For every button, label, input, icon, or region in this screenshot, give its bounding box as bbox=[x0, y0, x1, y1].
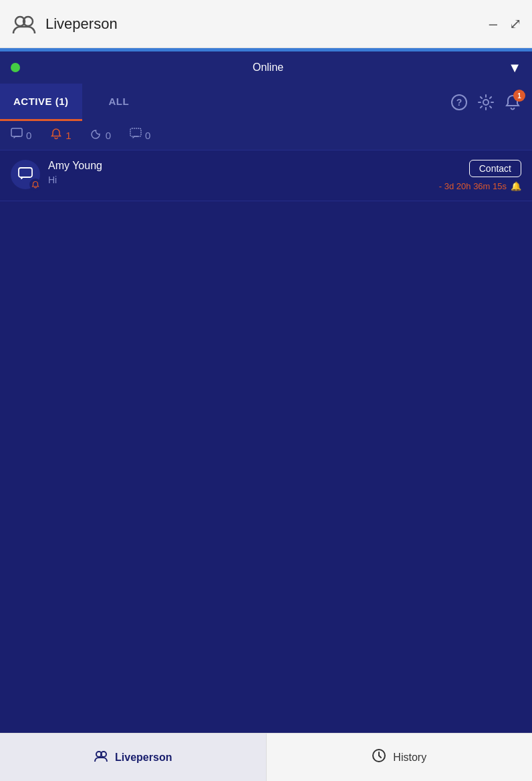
status-label: Online bbox=[28, 62, 508, 74]
svg-rect-7 bbox=[19, 168, 32, 177]
conversation-list: Amy Young Hi Contact - 3d 20h 36m 15s 🔔 bbox=[0, 150, 532, 733]
svg-text:?: ? bbox=[456, 97, 462, 108]
status-bar: Online ▼ bbox=[0, 51, 532, 84]
liveperson-nav-icon bbox=[94, 748, 108, 766]
stat-chats: 0 bbox=[11, 128, 31, 143]
conversation-meta: Contact - 3d 20h 36m 15s 🔔 bbox=[439, 160, 521, 191]
svg-rect-5 bbox=[11, 128, 22, 136]
settings-button[interactable] bbox=[477, 94, 495, 111]
app-icon bbox=[11, 11, 37, 37]
svg-rect-6 bbox=[130, 128, 141, 136]
stat-queue-value: 0 bbox=[145, 130, 150, 141]
title-bar: Liveperson – ⤢ bbox=[0, 0, 532, 48]
tab-active[interactable]: ACTIVE (1) bbox=[0, 84, 82, 121]
conversation-body: Amy Young Hi bbox=[48, 160, 439, 185]
notifications-button[interactable]: 1 bbox=[504, 94, 521, 111]
moon-icon bbox=[90, 128, 102, 143]
status-chevron-icon[interactable]: ▼ bbox=[508, 60, 521, 76]
table-row[interactable]: Amy Young Hi Contact - 3d 20h 36m 15s 🔔 bbox=[0, 150, 532, 201]
tab-action-icons: ? 1 bbox=[450, 84, 532, 121]
alert-bell-small-icon bbox=[29, 179, 41, 191]
avatar bbox=[11, 160, 40, 189]
minimize-button[interactable]: – bbox=[489, 17, 497, 31]
notification-badge: 1 bbox=[513, 90, 525, 102]
expand-button[interactable]: ⤢ bbox=[509, 17, 521, 31]
stat-alerts: 1 bbox=[50, 128, 71, 143]
chat-icon bbox=[11, 128, 23, 143]
queue-icon bbox=[130, 128, 142, 143]
svg-point-4 bbox=[483, 100, 489, 105]
tab-all-label: ALL bbox=[109, 96, 130, 107]
bottom-nav: Liveperson History bbox=[0, 733, 532, 781]
conversation-time: - 3d 20h 36m 15s 🔔 bbox=[439, 181, 521, 191]
tab-active-label: ACTIVE (1) bbox=[13, 96, 69, 107]
message-preview: Hi bbox=[48, 175, 439, 185]
app-title: Liveperson bbox=[45, 15, 489, 33]
history-nav-icon bbox=[372, 748, 386, 766]
tab-spacer bbox=[156, 84, 450, 121]
status-dot bbox=[11, 63, 20, 72]
contact-name: Amy Young bbox=[48, 160, 439, 172]
stat-chats-value: 0 bbox=[26, 130, 31, 141]
alert-bell-icon bbox=[50, 128, 62, 143]
window-controls: – ⤢ bbox=[489, 17, 521, 31]
stat-alerts-value: 1 bbox=[65, 130, 71, 141]
stats-row: 0 1 0 0 bbox=[0, 121, 532, 150]
stat-away: 0 bbox=[90, 128, 111, 143]
tab-all[interactable]: ALL bbox=[82, 84, 156, 121]
bottom-nav-liveperson[interactable]: Liveperson bbox=[0, 734, 267, 781]
help-button[interactable]: ? bbox=[450, 94, 468, 111]
bottom-nav-history[interactable]: History bbox=[267, 734, 533, 781]
history-nav-label: History bbox=[393, 752, 426, 764]
contact-button[interactable]: Contact bbox=[469, 160, 521, 177]
stat-away-value: 0 bbox=[106, 130, 111, 141]
time-bell-icon: 🔔 bbox=[511, 181, 521, 191]
liveperson-nav-label: Liveperson bbox=[115, 752, 172, 764]
stat-queue: 0 bbox=[130, 128, 150, 143]
time-value: - 3d 20h 36m 15s bbox=[439, 181, 507, 191]
tabs-bar: ACTIVE (1) ALL ? 1 bbox=[0, 84, 532, 121]
